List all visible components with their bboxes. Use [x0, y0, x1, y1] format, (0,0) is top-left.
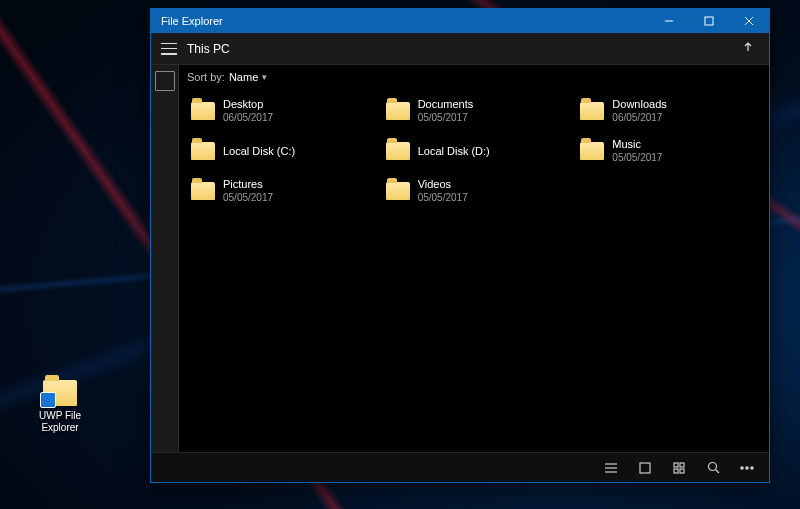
view-grid-button[interactable]	[663, 456, 695, 480]
folder-shortcut-icon	[43, 380, 77, 406]
svg-point-16	[751, 466, 753, 468]
close-icon	[744, 16, 754, 26]
svg-rect-11	[680, 469, 684, 473]
svg-rect-10	[674, 469, 678, 473]
sort-by-label: Sort by:	[187, 71, 225, 83]
svg-point-12	[708, 463, 716, 471]
item-name: Local Disk (C:)	[223, 145, 295, 158]
item-date: 05/05/2017	[223, 191, 273, 204]
view-list-button[interactable]	[595, 456, 627, 480]
folder-item[interactable]: Pictures05/05/2017	[187, 173, 372, 209]
tiles-view-icon	[639, 462, 651, 474]
svg-point-15	[746, 466, 748, 468]
item-date: 05/05/2017	[418, 191, 468, 204]
folder-item[interactable]: Local Disk (C:)	[187, 133, 372, 169]
item-name: Local Disk (D:)	[418, 145, 490, 158]
maximize-button[interactable]	[689, 9, 729, 33]
items-grid: Desktop06/05/2017Documents05/05/2017Down…	[179, 89, 769, 452]
folder-icon	[191, 182, 215, 200]
folder-item[interactable]: Music05/05/2017	[576, 133, 761, 169]
close-button[interactable]	[729, 9, 769, 33]
maximize-icon	[704, 16, 714, 26]
chevron-down-icon: ▾	[262, 72, 267, 82]
svg-rect-8	[674, 463, 678, 467]
svg-line-13	[715, 470, 719, 474]
location-header: This PC	[151, 33, 769, 65]
folder-icon	[580, 142, 604, 160]
folder-item[interactable]: Documents05/05/2017	[382, 93, 567, 129]
item-date: 05/05/2017	[612, 151, 662, 164]
svg-rect-1	[705, 17, 713, 25]
hamburger-button[interactable]	[161, 43, 177, 55]
bottom-toolbar	[151, 452, 769, 482]
svg-rect-7	[640, 463, 650, 473]
desktop-shortcut-uwp-file-explorer[interactable]: UWP File Explorer	[30, 380, 90, 434]
item-date: 05/05/2017	[418, 111, 474, 124]
minimize-icon	[664, 16, 674, 26]
folder-icon	[191, 142, 215, 160]
grid-view-icon	[673, 462, 685, 474]
side-rail	[151, 65, 179, 452]
minimize-button[interactable]	[649, 9, 689, 33]
folder-item[interactable]: Desktop06/05/2017	[187, 93, 372, 129]
folder-item[interactable]: Local Disk (D:)	[382, 133, 567, 169]
side-rail-this-pc-button[interactable]	[155, 71, 175, 91]
folder-item[interactable]: Downloads06/05/2017	[576, 93, 761, 129]
titlebar[interactable]: File Explorer	[151, 9, 769, 33]
folder-icon	[191, 102, 215, 120]
folder-item[interactable]: Videos05/05/2017	[382, 173, 567, 209]
desktop-shortcut-label-1: UWP File	[30, 410, 90, 422]
item-date: 06/05/2017	[612, 111, 666, 124]
up-one-level-button[interactable]	[737, 41, 759, 56]
item-name: Documents	[418, 98, 474, 111]
item-name: Pictures	[223, 178, 273, 191]
view-tiles-button[interactable]	[629, 456, 661, 480]
folder-icon	[386, 142, 410, 160]
window-title: File Explorer	[151, 15, 223, 27]
svg-point-14	[741, 466, 743, 468]
search-icon	[707, 461, 720, 474]
item-name: Music	[612, 138, 662, 151]
item-name: Downloads	[612, 98, 666, 111]
more-button[interactable]	[731, 456, 763, 480]
sort-bar[interactable]: Sort by: Name ▾	[179, 65, 769, 89]
desktop-shortcut-label-2: Explorer	[30, 422, 90, 434]
up-arrow-icon	[742, 41, 754, 53]
folder-icon	[386, 182, 410, 200]
sort-by-value: Name	[229, 71, 258, 83]
list-view-icon	[604, 462, 618, 474]
more-icon	[740, 466, 754, 470]
folder-icon	[386, 102, 410, 120]
svg-rect-9	[680, 463, 684, 467]
location-label: This PC	[187, 42, 727, 56]
item-date: 06/05/2017	[223, 111, 273, 124]
search-button[interactable]	[697, 456, 729, 480]
file-explorer-window: File Explorer This PC Sort by: Name ▾	[150, 8, 770, 483]
folder-icon	[580, 102, 604, 120]
item-name: Videos	[418, 178, 468, 191]
item-name: Desktop	[223, 98, 273, 111]
